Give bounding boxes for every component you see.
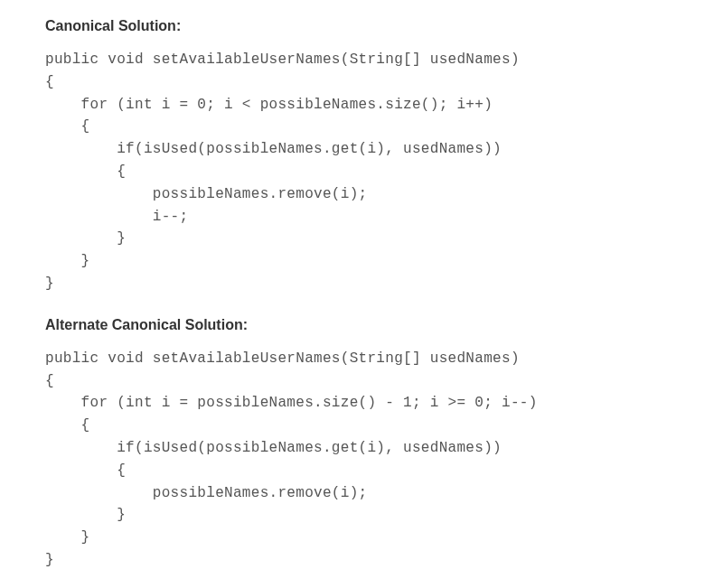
code-block-alternate: public void setAvailableUserNames(String…: [45, 348, 678, 572]
heading-alternate-canonical-solution: Alternate Canonical Solution:: [45, 317, 678, 333]
heading-canonical-solution: Canonical Solution:: [45, 18, 678, 34]
code-block-canonical: public void setAvailableUserNames(String…: [45, 49, 678, 295]
